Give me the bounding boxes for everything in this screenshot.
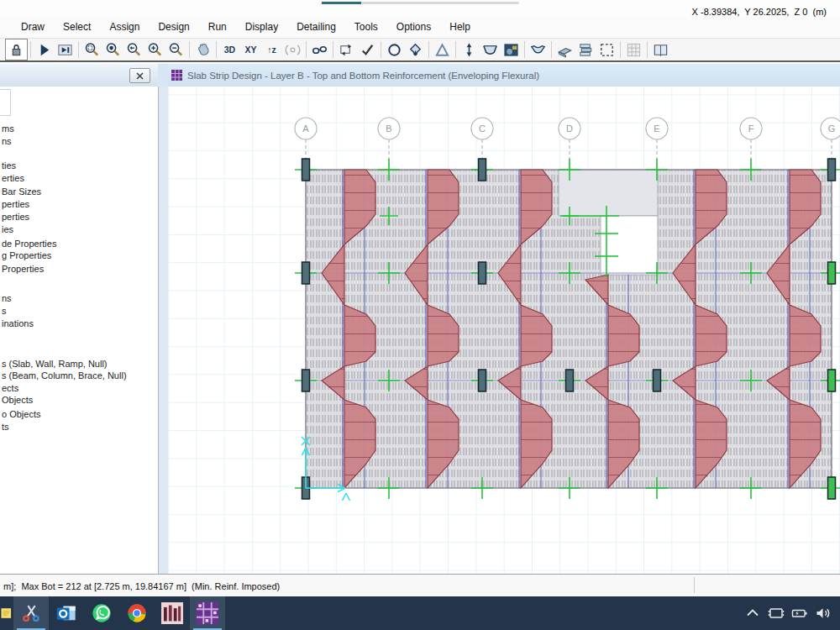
table-grid-button[interactable] xyxy=(623,39,644,60)
tree-item[interactable]: ties xyxy=(2,160,16,171)
circle-button[interactable] xyxy=(384,39,405,60)
slab-image-button[interactable] xyxy=(501,39,522,60)
zoom-window-button[interactable] xyxy=(81,39,102,60)
pan-button[interactable] xyxy=(192,39,213,60)
tree-item[interactable]: ms xyxy=(2,123,14,134)
rotate-button[interactable] xyxy=(282,39,303,60)
view-z-icon: ↑z xyxy=(267,45,276,55)
zoom-window-icon xyxy=(83,41,101,59)
pin-load-button[interactable] xyxy=(459,39,480,60)
tree-item[interactable]: s (Beam, Column, Brace, Null) xyxy=(2,370,127,381)
taskbar-app-chrome[interactable] xyxy=(119,596,155,630)
tree-item[interactable]: o Objects xyxy=(2,409,40,419)
zoom-in-button[interactable] xyxy=(144,39,165,60)
glasses-button[interactable] xyxy=(309,39,330,60)
grid-bubble-C: C xyxy=(471,118,493,139)
tree-item[interactable]: ns xyxy=(2,136,12,146)
tray-volume[interactable] xyxy=(813,596,833,630)
panel-close-button[interactable] xyxy=(129,68,150,83)
menu-item-help[interactable]: Help xyxy=(440,18,480,36)
pin-load-icon xyxy=(460,41,478,59)
tree-item[interactable]: inations xyxy=(2,318,34,328)
beam-icon xyxy=(556,41,574,59)
view-3d-button[interactable]: 3D xyxy=(219,39,240,60)
tree-item[interactable]: perties xyxy=(2,199,29,209)
tree-item[interactable]: ects xyxy=(2,383,18,393)
whatsapp-icon xyxy=(91,602,113,624)
tree-item[interactable]: erties xyxy=(2,173,24,183)
strip-curve-icon xyxy=(481,41,499,59)
taskbar-app-outlook[interactable] xyxy=(49,596,84,630)
toolbar-separator xyxy=(551,41,552,58)
tree-item[interactable]: ns xyxy=(2,293,12,303)
grid-bubble-B: B xyxy=(378,118,400,139)
tree-item[interactable]: g Properties xyxy=(2,250,51,260)
zoom-out-button[interactable] xyxy=(165,39,186,60)
tree-item[interactable]: de Properties xyxy=(2,239,56,249)
menu-item-run[interactable]: Run xyxy=(199,18,236,36)
toolbar-separator xyxy=(306,41,307,58)
menu-item-detailing[interactable]: Detailing xyxy=(287,18,345,36)
tree-item[interactable]: s xyxy=(2,306,7,316)
check-button[interactable] xyxy=(357,39,378,60)
strip-curve-2-button[interactable] xyxy=(528,39,549,60)
menu-item-design[interactable]: Design xyxy=(149,18,198,36)
book-button[interactable] xyxy=(650,39,671,60)
select-box-button[interactable] xyxy=(596,39,617,60)
play-button[interactable] xyxy=(34,39,55,60)
lock-button[interactable] xyxy=(5,39,28,60)
tree-item[interactable]: perties xyxy=(2,212,29,222)
layers-button[interactable] xyxy=(575,39,596,60)
menu-item-select[interactable]: Select xyxy=(54,18,100,36)
refresh-button[interactable] xyxy=(336,39,357,60)
menu-item-display[interactable]: Display xyxy=(236,18,287,36)
play-icon xyxy=(35,41,53,59)
plan-view-drawing[interactable]: ABCDEFG xyxy=(168,87,840,574)
tray-battery[interactable] xyxy=(790,596,810,630)
progress-bar xyxy=(322,2,519,4)
step-run-button[interactable] xyxy=(55,39,76,60)
tray-chevron-up[interactable] xyxy=(743,596,763,630)
diamond-load-button[interactable] xyxy=(405,39,426,60)
taskbar-app-sticky-notes[interactable] xyxy=(0,596,13,630)
menu-item-assign[interactable]: Assign xyxy=(100,18,149,36)
status-divider xyxy=(694,577,695,593)
taskbar-app-snipping-tool[interactable] xyxy=(13,596,49,630)
tree-item[interactable]: Properties xyxy=(2,264,44,274)
menu-item-draw[interactable]: Draw xyxy=(12,18,54,36)
column-marker xyxy=(479,262,486,284)
tree-item[interactable]: Bar Sizes xyxy=(2,186,41,197)
toolbar-separator xyxy=(381,41,381,58)
slab-region xyxy=(306,170,832,488)
taskbar-app-whatsapp[interactable] xyxy=(84,596,119,630)
toolbar-separator xyxy=(524,41,525,58)
step-run-icon xyxy=(56,41,74,59)
triangle-button[interactable] xyxy=(432,39,453,60)
toolbar-separator xyxy=(216,41,217,58)
tree-item[interactable]: ts xyxy=(2,422,9,432)
menu-item-options[interactable]: Options xyxy=(387,18,440,36)
view-z-button[interactable]: ↑z xyxy=(261,39,282,60)
tree-item[interactable]: ies xyxy=(2,224,13,234)
window-title-bar[interactable]: Slab Strip Design - Layer B - Top and Bo… xyxy=(168,64,840,87)
layers-icon xyxy=(577,41,595,59)
grid-bubble-E: E xyxy=(646,118,668,139)
strip-curve-button[interactable] xyxy=(480,39,501,60)
column-marker xyxy=(828,262,836,284)
zoom-previous-icon xyxy=(125,41,143,59)
zoom-all-button[interactable] xyxy=(102,39,123,60)
tree-item[interactable]: Objects xyxy=(2,395,33,405)
menu-item-tools[interactable]: Tools xyxy=(345,18,387,36)
slab-image-icon xyxy=(502,41,520,59)
zoom-previous-button[interactable] xyxy=(123,39,144,60)
taskbar-app-etabs[interactable] xyxy=(155,596,190,630)
beam-button[interactable] xyxy=(554,39,575,60)
panel-tab[interactable] xyxy=(0,89,11,116)
tree-item[interactable]: s (Slab, Wall, Ramp, Null) xyxy=(2,359,108,369)
drawing-canvas[interactable]: ABCDEFG xyxy=(168,87,840,574)
tray-display[interactable] xyxy=(766,596,786,630)
taskbar-app-safe[interactable] xyxy=(190,596,225,630)
progress-bar-fill xyxy=(322,2,361,4)
refresh-icon xyxy=(338,41,355,59)
view-xy-button[interactable]: XY xyxy=(240,39,261,60)
